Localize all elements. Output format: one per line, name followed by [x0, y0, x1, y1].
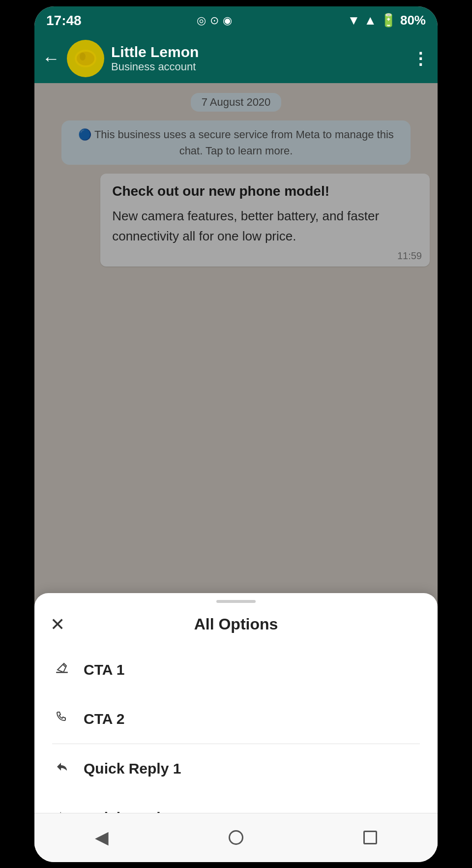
more-options-button[interactable]: ⋮: [412, 49, 430, 68]
status-time: 17:48: [46, 13, 82, 29]
chat-toolbar: ← Little Lemon Business account ⋮: [34, 34, 438, 83]
status-icons: ◎ ⊙ ◉: [197, 14, 232, 27]
option-cta2-label: CTA 2: [84, 711, 124, 727]
handle-bar: [216, 600, 256, 603]
battery-percent: 80%: [400, 13, 426, 28]
toolbar-info: Little Lemon Business account: [111, 44, 405, 73]
instagram-status-icon: ⊙: [210, 14, 219, 27]
nav-back-button[interactable]: ◀: [82, 823, 121, 852]
other-status-icon: ◉: [223, 14, 232, 27]
option-cta1[interactable]: CTA 1: [34, 645, 438, 694]
contact-subtitle: Business account: [111, 60, 405, 73]
phone-frame: 17:48 ◎ ⊙ ◉ ▼ ▲ 🔋 80% ← Little Lemon Bu: [34, 6, 438, 862]
back-button[interactable]: ←: [42, 48, 60, 69]
nav-recent-button[interactable]: [351, 823, 390, 852]
avatar: [67, 40, 104, 77]
status-bar: 17:48 ◎ ⊙ ◉ ▼ ▲ 🔋 80%: [34, 6, 438, 34]
contact-name: Little Lemon: [111, 44, 405, 60]
option-quickreply1[interactable]: Quick Reply 1: [34, 744, 438, 793]
lemon-avatar-icon: [73, 46, 98, 71]
sheet-title: All Options: [194, 615, 278, 633]
sheet-handle: [34, 593, 438, 607]
svg-point-2: [80, 53, 86, 60]
whatsapp-status-icon: ◎: [197, 14, 206, 27]
close-button[interactable]: ✕: [50, 616, 65, 633]
signal-icon: ▲: [364, 13, 377, 28]
phone-icon: [52, 709, 72, 729]
nav-back-icon: ◀: [95, 827, 109, 848]
status-right: ▼ ▲ 🔋 80%: [347, 13, 426, 28]
reply-icon-1: [52, 759, 72, 778]
chat-area: 7 August 2020 🔵 This business uses a sec…: [34, 83, 438, 862]
svg-point-1: [77, 52, 94, 65]
nav-recent-icon: [363, 831, 377, 844]
nav-home-icon: [229, 830, 243, 845]
edit-icon: [52, 660, 72, 680]
nav-home-button[interactable]: [216, 823, 256, 852]
nav-bar: ◀: [34, 813, 438, 862]
sheet-header: ✕ All Options: [34, 607, 438, 645]
option-cta1-label: CTA 1: [84, 661, 124, 678]
option-cta2[interactable]: CTA 2: [34, 694, 438, 744]
battery-icon: 🔋: [381, 13, 396, 28]
option-quickreply1-label: Quick Reply 1: [84, 760, 181, 777]
wifi-icon: ▼: [347, 13, 360, 28]
